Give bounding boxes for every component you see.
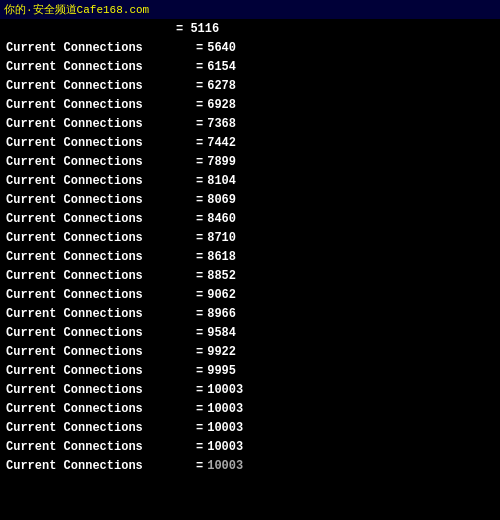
row-label: Current Connections: [6, 39, 196, 58]
row-value: 8618: [207, 248, 236, 267]
equals-sign: =: [196, 39, 203, 58]
partial-value: = 5116: [6, 20, 219, 39]
row-label: Current Connections: [6, 134, 196, 153]
table-row: Current Connections=9995: [6, 362, 494, 381]
row-value: 9995: [207, 362, 236, 381]
table-row: Current Connections=10003: [6, 438, 494, 457]
row-value: 9062: [207, 286, 236, 305]
table-row: Current Connections=10003: [6, 400, 494, 419]
equals-sign: =: [196, 210, 203, 229]
row-value: 5640: [207, 39, 236, 58]
table-row: Current Connections=10003: [6, 419, 494, 438]
table-row: Current Connections=6928: [6, 96, 494, 115]
equals-sign: =: [196, 134, 203, 153]
table-row: Current Connections=6154: [6, 58, 494, 77]
equals-sign: =: [196, 153, 203, 172]
equals-sign: =: [196, 172, 203, 191]
row-label: Current Connections: [6, 457, 196, 476]
row-value: 10003: [207, 438, 243, 457]
equals-sign: =: [196, 400, 203, 419]
equals-sign: =: [196, 381, 203, 400]
row-value: 8966: [207, 305, 236, 324]
equals-sign: =: [196, 438, 203, 457]
row-label: Current Connections: [6, 172, 196, 191]
table-row: Current Connections=5640: [6, 39, 494, 58]
table-row: Current Connections=8460: [6, 210, 494, 229]
row-value: 8104: [207, 172, 236, 191]
equals-sign: =: [196, 305, 203, 324]
row-label: Current Connections: [6, 362, 196, 381]
equals-sign: =: [196, 229, 203, 248]
table-row: Current Connections=6278: [6, 77, 494, 96]
equals-sign: =: [196, 115, 203, 134]
row-value: 9584: [207, 324, 236, 343]
equals-sign: =: [196, 457, 203, 476]
row-value: 10003: [207, 419, 243, 438]
row-label: Current Connections: [6, 248, 196, 267]
table-row: Current Connections=10003: [6, 457, 494, 476]
row-value: 7899: [207, 153, 236, 172]
row-label: Current Connections: [6, 96, 196, 115]
row-value: 9922: [207, 343, 236, 362]
row-value: 8710: [207, 229, 236, 248]
row-label: Current Connections: [6, 343, 196, 362]
equals-sign: =: [196, 324, 203, 343]
equals-sign: =: [196, 419, 203, 438]
table-row: Current Connections=9062: [6, 286, 494, 305]
partial-row: = 5116: [6, 20, 494, 39]
table-row: Current Connections=7368: [6, 115, 494, 134]
equals-sign: =: [196, 343, 203, 362]
row-label: Current Connections: [6, 77, 196, 96]
row-label: Current Connections: [6, 286, 196, 305]
row-label: Current Connections: [6, 210, 196, 229]
table-row: Current Connections=8104: [6, 172, 494, 191]
row-value: 6154: [207, 58, 236, 77]
row-label: Current Connections: [6, 400, 196, 419]
row-label: Current Connections: [6, 191, 196, 210]
table-row: Current Connections=8069: [6, 191, 494, 210]
equals-sign: =: [196, 286, 203, 305]
row-label: Current Connections: [6, 153, 196, 172]
row-label: Current Connections: [6, 115, 196, 134]
row-label: Current Connections: [6, 267, 196, 286]
row-label: Current Connections: [6, 381, 196, 400]
table-row: Current Connections=7899: [6, 153, 494, 172]
table-row: Current Connections=10003: [6, 381, 494, 400]
row-value: 10003: [207, 400, 243, 419]
terminal-output: = 5116 Current Connections=5640Current C…: [0, 0, 500, 520]
row-value: 7368: [207, 115, 236, 134]
table-row: Current Connections=7442: [6, 134, 494, 153]
table-row: Current Connections=8710: [6, 229, 494, 248]
row-value: 8852: [207, 267, 236, 286]
row-label: Current Connections: [6, 438, 196, 457]
equals-sign: =: [196, 96, 203, 115]
row-label: Current Connections: [6, 419, 196, 438]
equals-sign: =: [196, 77, 203, 96]
equals-sign: =: [196, 58, 203, 77]
row-value: 10003: [207, 381, 243, 400]
table-row: Current Connections=8966: [6, 305, 494, 324]
row-value: 8460: [207, 210, 236, 229]
watermark: 你的·安全频道Cafe168.com: [0, 0, 500, 19]
row-label: Current Connections: [6, 324, 196, 343]
table-row: Current Connections=8852: [6, 267, 494, 286]
table-row: Current Connections=9922: [6, 343, 494, 362]
table-row: Current Connections=9584: [6, 324, 494, 343]
row-value: 8069: [207, 191, 236, 210]
row-label: Current Connections: [6, 58, 196, 77]
row-label: Current Connections: [6, 305, 196, 324]
row-value: 7442: [207, 134, 236, 153]
table-row: Current Connections=8618: [6, 248, 494, 267]
equals-sign: =: [196, 362, 203, 381]
row-value: 10003: [207, 457, 243, 476]
equals-sign: =: [196, 191, 203, 210]
row-value: 6928: [207, 96, 236, 115]
row-label: Current Connections: [6, 229, 196, 248]
row-value: 6278: [207, 77, 236, 96]
equals-sign: =: [196, 248, 203, 267]
equals-sign: =: [196, 267, 203, 286]
